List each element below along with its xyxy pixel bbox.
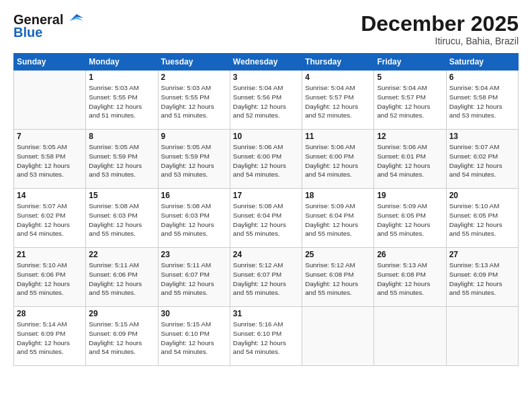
day-info: Sunrise: 5:09 AMSunset: 6:05 PMDaylight:… [377,201,443,238]
calendar-cell: 22Sunrise: 5:11 AMSunset: 6:06 PMDayligh… [86,248,158,307]
calendar-cell: 26Sunrise: 5:13 AMSunset: 6:08 PMDayligh… [374,248,446,307]
calendar-cell: 27Sunrise: 5:13 AMSunset: 6:09 PMDayligh… [446,248,518,307]
day-number: 23 [161,250,227,259]
day-number: 1 [89,73,154,82]
day-info: Sunrise: 5:11 AMSunset: 6:07 PMDaylight:… [161,261,227,298]
calendar-cell: 19Sunrise: 5:09 AMSunset: 6:05 PMDayligh… [374,189,446,248]
calendar-cell: 2Sunrise: 5:03 AMSunset: 5:55 PMDaylight… [158,71,230,130]
calendar-cell: 31Sunrise: 5:16 AMSunset: 6:10 PMDayligh… [230,307,302,366]
page: General Blue December 2025 Itirucu, Bahi… [0,0,532,411]
month-title: December 2025 [361,12,519,36]
week-row-2: 7Sunrise: 5:05 AMSunset: 5:58 PMDaylight… [14,130,519,189]
day-number: 29 [89,309,154,318]
day-info: Sunrise: 5:07 AMSunset: 6:02 PMDaylight:… [17,201,83,238]
calendar-cell: 29Sunrise: 5:15 AMSunset: 6:09 PMDayligh… [86,307,158,366]
day-info: Sunrise: 5:16 AMSunset: 6:10 PMDaylight:… [233,320,299,357]
day-number: 6 [449,73,515,82]
day-info: Sunrise: 5:06 AMSunset: 6:01 PMDaylight:… [377,142,443,179]
day-number: 26 [377,250,443,259]
day-info: Sunrise: 5:08 AMSunset: 6:03 PMDaylight:… [89,201,154,238]
calendar-cell: 6Sunrise: 5:04 AMSunset: 5:58 PMDaylight… [446,71,518,130]
day-number: 4 [305,73,371,82]
calendar-cell: 21Sunrise: 5:10 AMSunset: 6:06 PMDayligh… [14,248,86,307]
day-info: Sunrise: 5:13 AMSunset: 6:08 PMDaylight:… [377,261,443,298]
calendar-cell: 11Sunrise: 5:06 AMSunset: 6:00 PMDayligh… [302,130,374,189]
week-row-4: 21Sunrise: 5:10 AMSunset: 6:06 PMDayligh… [14,248,519,307]
calendar-cell: 1Sunrise: 5:03 AMSunset: 5:55 PMDaylight… [86,71,158,130]
calendar-cell: 12Sunrise: 5:06 AMSunset: 6:01 PMDayligh… [374,130,446,189]
day-info: Sunrise: 5:06 AMSunset: 6:00 PMDaylight:… [233,142,299,179]
week-row-5: 28Sunrise: 5:14 AMSunset: 6:09 PMDayligh… [14,307,519,366]
day-number: 8 [89,132,154,141]
day-number: 5 [377,73,443,82]
calendar-cell [374,307,446,366]
day-number: 17 [233,191,299,200]
day-info: Sunrise: 5:12 AMSunset: 6:08 PMDaylight:… [305,261,371,298]
day-info: Sunrise: 5:10 AMSunset: 6:06 PMDaylight:… [17,261,83,298]
day-info: Sunrise: 5:03 AMSunset: 5:55 PMDaylight:… [161,83,227,120]
calendar-cell: 13Sunrise: 5:07 AMSunset: 6:02 PMDayligh… [446,130,518,189]
header: General Blue December 2025 Itirucu, Bahi… [13,12,519,46]
day-number: 21 [17,250,83,259]
weekday-header-row: Sunday Monday Tuesday Wednesday Thursday… [14,54,519,71]
day-info: Sunrise: 5:12 AMSunset: 6:07 PMDaylight:… [233,261,299,298]
calendar-cell: 16Sunrise: 5:08 AMSunset: 6:03 PMDayligh… [158,189,230,248]
day-info: Sunrise: 5:15 AMSunset: 6:10 PMDaylight:… [161,320,227,357]
day-number: 13 [449,132,515,141]
calendar-cell: 17Sunrise: 5:08 AMSunset: 6:04 PMDayligh… [230,189,302,248]
day-number: 27 [449,250,515,259]
day-number: 14 [17,191,83,200]
calendar-cell: 4Sunrise: 5:04 AMSunset: 5:57 PMDaylight… [302,71,374,130]
day-number: 7 [17,132,83,141]
day-info: Sunrise: 5:11 AMSunset: 6:06 PMDaylight:… [89,261,154,298]
day-number: 3 [233,73,299,82]
th-wednesday: Wednesday [230,54,302,71]
day-number: 24 [233,250,299,259]
calendar-cell [446,307,518,366]
day-number: 18 [305,191,371,200]
th-saturday: Saturday [446,54,518,71]
day-info: Sunrise: 5:14 AMSunset: 6:09 PMDaylight:… [17,320,83,357]
th-tuesday: Tuesday [158,54,230,71]
calendar-cell: 14Sunrise: 5:07 AMSunset: 6:02 PMDayligh… [14,189,86,248]
calendar-cell: 3Sunrise: 5:04 AMSunset: 5:56 PMDaylight… [230,71,302,130]
title-block: December 2025 Itirucu, Bahia, Brazil [361,12,519,46]
logo: General Blue [13,12,85,40]
day-info: Sunrise: 5:05 AMSunset: 5:59 PMDaylight:… [89,142,154,179]
day-number: 22 [89,250,154,259]
calendar-cell: 28Sunrise: 5:14 AMSunset: 6:09 PMDayligh… [14,307,86,366]
day-number: 10 [233,132,299,141]
calendar-cell: 9Sunrise: 5:05 AMSunset: 5:59 PMDaylight… [158,130,230,189]
day-number: 15 [89,191,154,200]
location: Itirucu, Bahia, Brazil [361,36,519,46]
day-info: Sunrise: 5:13 AMSunset: 6:09 PMDaylight:… [449,261,515,298]
day-info: Sunrise: 5:04 AMSunset: 5:57 PMDaylight:… [377,83,443,120]
logo-blue: Blue [13,25,42,40]
day-info: Sunrise: 5:15 AMSunset: 6:09 PMDaylight:… [89,320,154,357]
calendar-cell [14,71,86,130]
day-info: Sunrise: 5:05 AMSunset: 5:59 PMDaylight:… [161,142,227,179]
calendar-cell: 25Sunrise: 5:12 AMSunset: 6:08 PMDayligh… [302,248,374,307]
th-monday: Monday [86,54,158,71]
calendar-cell: 24Sunrise: 5:12 AMSunset: 6:07 PMDayligh… [230,248,302,307]
calendar-cell: 30Sunrise: 5:15 AMSunset: 6:10 PMDayligh… [158,307,230,366]
day-number: 2 [161,73,227,82]
week-row-3: 14Sunrise: 5:07 AMSunset: 6:02 PMDayligh… [14,189,519,248]
day-number: 25 [305,250,371,259]
day-number: 12 [377,132,443,141]
th-sunday: Sunday [14,54,86,71]
day-number: 28 [17,309,83,318]
day-info: Sunrise: 5:04 AMSunset: 5:58 PMDaylight:… [449,83,515,120]
logo-bird-icon [64,11,85,26]
calendar-cell: 10Sunrise: 5:06 AMSunset: 6:00 PMDayligh… [230,130,302,189]
day-number: 9 [161,132,227,141]
th-friday: Friday [374,54,446,71]
day-info: Sunrise: 5:06 AMSunset: 6:00 PMDaylight:… [305,142,371,179]
calendar-cell: 8Sunrise: 5:05 AMSunset: 5:59 PMDaylight… [86,130,158,189]
day-number: 19 [377,191,443,200]
day-info: Sunrise: 5:05 AMSunset: 5:58 PMDaylight:… [17,142,83,179]
day-info: Sunrise: 5:04 AMSunset: 5:56 PMDaylight:… [233,83,299,120]
calendar-cell: 23Sunrise: 5:11 AMSunset: 6:07 PMDayligh… [158,248,230,307]
calendar-table: Sunday Monday Tuesday Wednesday Thursday… [13,53,519,366]
day-info: Sunrise: 5:09 AMSunset: 6:04 PMDaylight:… [305,201,371,238]
